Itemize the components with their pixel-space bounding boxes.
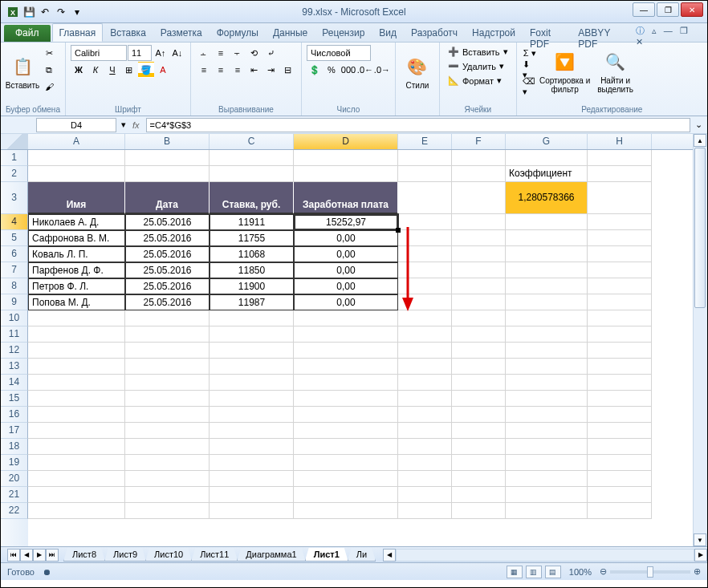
col-header-C[interactable]: C (210, 134, 294, 149)
scroll-up-icon[interactable]: ▲ (694, 134, 706, 147)
align-bottom-icon[interactable]: ⫟ (230, 45, 246, 61)
zoom-slider[interactable] (610, 570, 690, 574)
hscroll-right-icon[interactable]: ▶ (694, 549, 707, 562)
col-header-B[interactable]: B (125, 134, 210, 149)
styles-button[interactable]: 🎨 Стили (401, 45, 434, 98)
ribbon-tab-3[interactable]: Формулы (210, 23, 266, 42)
ribbon-tab-5[interactable]: Рецензир (315, 23, 372, 42)
col-header-H[interactable]: H (588, 134, 652, 149)
bold-button[interactable]: Ж (71, 62, 87, 78)
decrease-decimal-icon[interactable]: .0→ (374, 62, 390, 78)
cell-date-4[interactable]: 25.05.2016 (125, 214, 210, 230)
increase-indent-icon[interactable]: ⇥ (263, 62, 279, 78)
vertical-scrollbar[interactable]: ▲ ▼ (693, 134, 707, 546)
row-header-1[interactable]: 1 (1, 150, 28, 166)
number-format-combo[interactable]: Числовой (307, 45, 371, 61)
row-header-5[interactable]: 5 (1, 230, 28, 246)
cell-rate-5[interactable]: 11755 (210, 230, 294, 246)
maximize-button[interactable]: ❐ (657, 2, 679, 17)
row-header-16[interactable]: 16 (1, 407, 28, 423)
doc-restore-icon[interactable]: ❐ (680, 26, 688, 35)
fill-color-button[interactable]: 🪣 (138, 62, 154, 78)
cell-rate-4[interactable]: 11911 (210, 214, 294, 230)
hscroll-track[interactable] (396, 549, 694, 562)
save-icon[interactable]: 💾 (22, 5, 36, 19)
page-layout-view-icon[interactable]: ▥ (526, 566, 542, 578)
qat-more-icon[interactable]: ▾ (70, 5, 84, 19)
name-box[interactable]: D4 (36, 118, 116, 132)
align-top-icon[interactable]: ⫠ (196, 45, 212, 61)
ribbon-minimize-icon[interactable]: ▵ (652, 26, 657, 35)
ribbon-tab-1[interactable]: Вставка (103, 23, 153, 42)
cell-rate-7[interactable]: 11850 (210, 262, 294, 278)
row-header-8[interactable]: 8 (1, 278, 28, 294)
row-header-11[interactable]: 11 (1, 326, 28, 343)
cell-salary-9[interactable]: 0,00 (294, 294, 398, 310)
shrink-font-icon[interactable]: A↓ (169, 45, 185, 61)
fill-icon[interactable]: ⬇ ▾ (522, 62, 538, 78)
zoom-in-button[interactable]: ⊕ (694, 566, 701, 577)
formula-input[interactable] (146, 118, 690, 132)
ribbon-tab-7[interactable]: Разработч (404, 23, 465, 42)
format-cells-button[interactable]: 📐Формат ▾ (445, 74, 505, 87)
find-select-button[interactable]: 🔍 Найти и выделить (592, 45, 639, 98)
italic-button[interactable]: К (87, 62, 104, 78)
sheet-tab-3[interactable]: Лист11 (191, 548, 238, 562)
fill-handle[interactable] (396, 228, 401, 233)
macro-record-icon[interactable]: ⏺ (43, 567, 51, 577)
ribbon-tab-10[interactable]: ABBYY PDF (571, 23, 628, 42)
cell-name-6[interactable]: Коваль Л. П. (28, 246, 125, 262)
sheet-tab-4[interactable]: Диаграмма1 (237, 548, 305, 562)
row-header-12[interactable]: 12 (1, 343, 28, 359)
row-header-18[interactable]: 18 (1, 439, 28, 455)
paste-button[interactable]: 📋 Вставить (6, 45, 39, 98)
minimize-button[interactable]: ― (633, 2, 655, 17)
doc-minimize-icon[interactable]: ― (664, 26, 673, 35)
ribbon-tab-9[interactable]: Foxit PDF (523, 23, 571, 42)
sheet-tab-6[interactable]: Ли (348, 548, 376, 562)
name-box-dropdown-icon[interactable]: ▾ (121, 120, 126, 130)
cell-name-4[interactable]: Николаев А. Д. (28, 214, 125, 230)
cell-salary-6[interactable]: 0,00 (294, 246, 398, 262)
row-header-20[interactable]: 20 (1, 471, 28, 487)
copy-icon[interactable]: ⧉ (41, 62, 57, 78)
zoom-level[interactable]: 100% (569, 567, 592, 577)
grow-font-icon[interactable]: A↑ (153, 45, 169, 61)
align-left-icon[interactable]: ≡ (196, 62, 212, 78)
row-header-4[interactable]: 4 (1, 214, 28, 230)
cell-date-8[interactable]: 25.05.2016 (125, 278, 210, 294)
zoom-out-button[interactable]: ⊖ (600, 566, 607, 577)
normal-view-icon[interactable]: ▦ (507, 566, 523, 578)
row-header-6[interactable]: 6 (1, 246, 28, 262)
align-middle-icon[interactable]: ≡ (213, 45, 229, 61)
cell-salary-7[interactable]: 0,00 (294, 262, 398, 278)
ribbon-tab-4[interactable]: Данные (266, 23, 315, 42)
select-all-button[interactable] (1, 134, 28, 149)
ribbon-tab-8[interactable]: Надстрой (465, 23, 523, 42)
cell-name-7[interactable]: Парфенов Д. Ф. (28, 262, 125, 278)
nav-last-icon[interactable]: ⏭ (46, 549, 59, 562)
align-center-icon[interactable]: ≡ (213, 62, 229, 78)
nav-first-icon[interactable]: ⏮ (7, 549, 20, 562)
sheet-tab-1[interactable]: Лист9 (104, 548, 146, 562)
coef-label-cell[interactable]: Коэффициент (506, 166, 588, 182)
hscroll-left-icon[interactable]: ◀ (383, 549, 396, 562)
cell-salary-8[interactable]: 0,00 (294, 278, 398, 294)
row-header-10[interactable]: 10 (1, 310, 28, 326)
increase-decimal-icon[interactable]: .0← (357, 62, 373, 78)
merge-icon[interactable]: ⊟ (280, 62, 296, 78)
sort-filter-button[interactable]: 🔽 Сортировка и фильтр (539, 45, 591, 98)
cell-name-5[interactable]: Сафронова В. М. (28, 230, 125, 246)
scroll-down-icon[interactable]: ▼ (694, 533, 706, 546)
row-header-22[interactable]: 22 (1, 503, 28, 519)
sheet-tab-0[interactable]: Лист8 (63, 548, 105, 562)
cell-salary-4[interactable]: 15252,97 (294, 214, 398, 230)
cell-rate-8[interactable]: 11900 (210, 278, 294, 294)
border-button[interactable]: ⊞ (121, 62, 137, 78)
help-icon[interactable]: ⓘ (636, 26, 645, 35)
nav-next-icon[interactable]: ▶ (33, 549, 46, 562)
clear-icon[interactable]: ⌫ ▾ (522, 79, 538, 95)
cell-date-5[interactable]: 25.05.2016 (125, 230, 210, 246)
row-header-9[interactable]: 9 (1, 294, 28, 310)
fx-icon[interactable]: fx (132, 120, 140, 130)
